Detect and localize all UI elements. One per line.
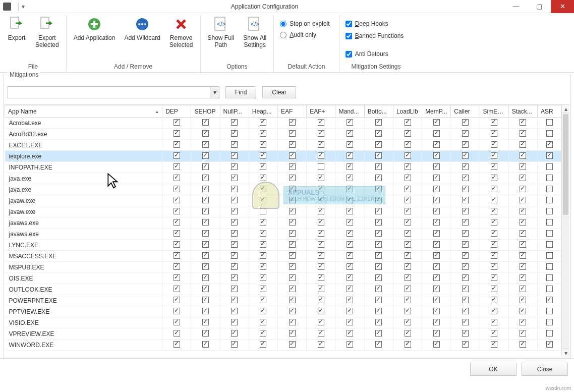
- checkbox-cell[interactable]: [480, 195, 508, 206]
- checkbox-cell[interactable]: [249, 328, 277, 340]
- checkbox-icon[interactable]: [405, 186, 411, 192]
- checkbox-cell[interactable]: [393, 173, 422, 184]
- checkbox-icon[interactable]: [375, 341, 382, 348]
- radio-stop-on-exploit[interactable]: Stop on exploit: [280, 20, 329, 27]
- checkbox-icon[interactable]: [520, 186, 526, 192]
- checkbox-cell[interactable]: [162, 340, 191, 351]
- checkbox-icon[interactable]: [202, 274, 209, 281]
- column-header[interactable]: Mand...: [335, 105, 364, 118]
- checkbox-icon[interactable]: [520, 208, 526, 214]
- app-name-cell[interactable]: iexplore.exe: [5, 151, 162, 162]
- checkbox-cell[interactable]: [451, 217, 480, 229]
- checkbox-cell[interactable]: [335, 129, 364, 140]
- checkbox-icon[interactable]: [347, 175, 353, 181]
- checkbox-icon[interactable]: [289, 152, 296, 159]
- checkbox-cell[interactable]: [191, 217, 220, 229]
- checkbox-cell[interactable]: [422, 118, 451, 129]
- checkbox-icon[interactable]: [433, 252, 440, 259]
- checkbox-icon[interactable]: [405, 252, 411, 259]
- checkbox-icon[interactable]: [347, 186, 353, 192]
- checkbox-cell[interactable]: [451, 129, 480, 140]
- checkbox-cell[interactable]: [249, 251, 277, 262]
- checkbox-cell[interactable]: [278, 328, 307, 340]
- checkbox-cell[interactable]: [220, 340, 249, 351]
- checkbox-cell[interactable]: [307, 151, 335, 162]
- checkbox-cell[interactable]: [220, 195, 249, 206]
- checkbox-icon[interactable]: [491, 297, 497, 303]
- checkbox-icon[interactable]: [433, 308, 440, 314]
- checkbox-icon[interactable]: [433, 274, 440, 281]
- table-row[interactable]: VISIO.EXE: [5, 317, 561, 328]
- checkbox-icon[interactable]: [318, 152, 324, 159]
- checkbox-icon[interactable]: [289, 230, 296, 237]
- checkbox-icon[interactable]: [174, 274, 180, 281]
- checkbox-icon[interactable]: [546, 141, 553, 148]
- checkbox-icon[interactable]: [546, 241, 553, 248]
- table-row[interactable]: OUTLOOK.EXE: [5, 284, 561, 295]
- checkbox-cell[interactable]: [162, 118, 191, 129]
- checkbox-cell[interactable]: [191, 206, 220, 217]
- checkbox-cell[interactable]: [278, 295, 307, 306]
- checkbox-cell[interactable]: [393, 118, 422, 129]
- checkbox-cell[interactable]: [191, 151, 220, 162]
- checkbox-cell[interactable]: [191, 273, 220, 284]
- checkbox-icon[interactable]: [491, 252, 497, 259]
- checkbox-icon[interactable]: [174, 208, 180, 214]
- checkbox-icon[interactable]: [520, 152, 526, 159]
- checkbox-cell[interactable]: [508, 328, 537, 340]
- checkbox-cell[interactable]: [393, 184, 422, 195]
- checkbox-cell[interactable]: [307, 162, 335, 173]
- checkbox-icon[interactable]: [202, 341, 209, 348]
- table-row[interactable]: INFOPATH.EXE: [5, 162, 561, 173]
- vertical-scrollbar[interactable]: ▴ ▾: [561, 105, 569, 357]
- app-name-cell[interactable]: POWERPNT.EXE: [5, 295, 162, 306]
- checkbox-icon[interactable]: [347, 297, 353, 303]
- checkbox-icon[interactable]: [231, 152, 238, 159]
- checkbox-icon[interactable]: [405, 130, 411, 137]
- checkbox-cell[interactable]: [191, 340, 220, 351]
- checkbox-icon[interactable]: [433, 163, 440, 170]
- checkbox-icon[interactable]: [347, 341, 353, 348]
- checkbox-icon[interactable]: [174, 241, 180, 248]
- checkbox-icon[interactable]: [231, 252, 238, 259]
- column-header[interactable]: ASR: [538, 105, 561, 118]
- checkbox-cell[interactable]: [364, 140, 393, 151]
- checkbox-icon[interactable]: [433, 186, 440, 192]
- checkbox-icon[interactable]: [347, 263, 353, 270]
- checkbox-icon[interactable]: [405, 330, 411, 337]
- checkbox-cell[interactable]: [508, 240, 537, 251]
- checkbox-cell[interactable]: [335, 317, 364, 328]
- export-selected-button[interactable]: Export Selected: [32, 15, 62, 50]
- checkbox-icon[interactable]: [318, 208, 324, 214]
- checkbox-icon[interactable]: [462, 308, 469, 314]
- ok-button[interactable]: OK: [470, 363, 516, 376]
- checkbox-icon[interactable]: [318, 319, 324, 325]
- checkbox-icon[interactable]: [405, 308, 411, 314]
- checkbox-icon[interactable]: [289, 274, 296, 281]
- checkbox-icon[interactable]: [260, 197, 266, 203]
- app-name-cell[interactable]: java.exe: [5, 184, 162, 195]
- checkbox-cell[interactable]: [307, 140, 335, 151]
- checkbox-icon[interactable]: [462, 230, 469, 237]
- checkbox-icon[interactable]: [347, 119, 353, 126]
- checkbox-cell[interactable]: [307, 306, 335, 317]
- checkbox-cell[interactable]: [162, 129, 191, 140]
- checkbox-cell[interactable]: [364, 328, 393, 340]
- checkbox-icon[interactable]: [202, 230, 209, 237]
- checkbox-cell[interactable]: [249, 217, 277, 229]
- checkbox-cell[interactable]: [364, 284, 393, 295]
- check-banned-functions[interactable]: Banned Functions: [346, 32, 404, 39]
- checkbox-cell[interactable]: [508, 306, 537, 317]
- checkbox-cell[interactable]: [538, 340, 561, 351]
- checkbox-icon[interactable]: [405, 119, 411, 126]
- checkbox-icon[interactable]: [289, 286, 296, 292]
- checkbox-cell[interactable]: [278, 317, 307, 328]
- checkbox-cell[interactable]: [307, 273, 335, 284]
- app-name-cell[interactable]: OUTLOOK.EXE: [5, 284, 162, 295]
- checkbox-icon[interactable]: [433, 175, 440, 181]
- checkbox-cell[interactable]: [249, 151, 277, 162]
- checkbox-cell[interactable]: [307, 118, 335, 129]
- checkbox-icon[interactable]: [231, 163, 238, 170]
- checkbox-icon[interactable]: [546, 274, 553, 281]
- column-header[interactable]: Stack...: [508, 105, 537, 118]
